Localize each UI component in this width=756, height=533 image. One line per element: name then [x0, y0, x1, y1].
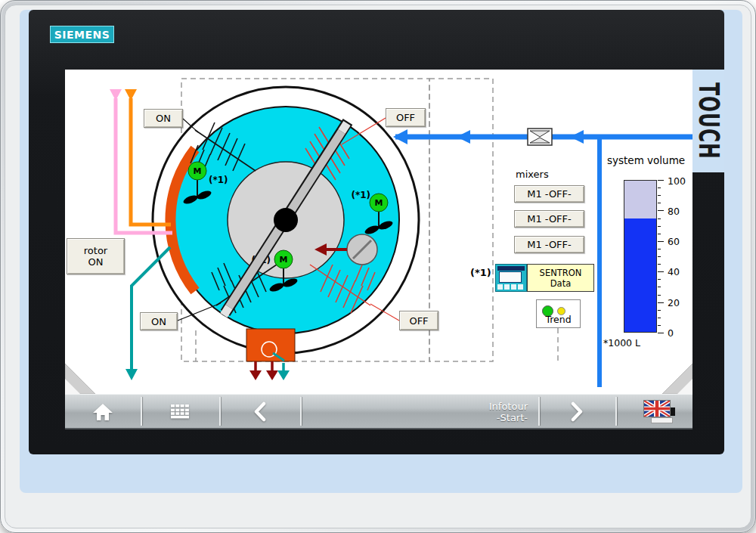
infotour-label-line2: -Start-	[497, 412, 528, 423]
gauge-tick-label: 0	[668, 327, 692, 338]
gauge-fill	[624, 218, 656, 332]
hmi-panel: SIEMENS TOUCH	[0, 0, 756, 533]
rotor-button-line1: rotor	[84, 245, 107, 256]
rotor-on-button[interactable]: rotor ON	[67, 238, 125, 274]
gauge-unit: *1000 L	[603, 337, 640, 349]
valve-icon	[528, 129, 552, 145]
motor-label: M	[194, 166, 202, 176]
footnote-label: (*1)	[351, 190, 370, 200]
aerator-on-bottom-button[interactable]: ON	[140, 312, 178, 330]
secondary-flag-icon	[651, 417, 673, 423]
process-picture: (*1)	[65, 70, 692, 394]
outlet-station	[246, 329, 295, 380]
infotour-start-button[interactable]: Infotour -Start-	[300, 395, 538, 429]
navigation-bar: Infotour -Start-	[65, 394, 692, 429]
screens-menu-button[interactable]	[141, 395, 219, 429]
motor-label: M	[280, 255, 288, 265]
forward-button[interactable]	[538, 395, 615, 429]
aerator-on-top-button[interactable]: ON	[144, 109, 183, 128]
mixer-3-button[interactable]: M1 -OFF-	[514, 236, 584, 253]
sentron-button-line1: SENTRON	[540, 268, 582, 278]
gauge-tick-label: 20	[668, 297, 692, 308]
back-icon	[253, 401, 266, 422]
gauge-title: system volume	[607, 154, 685, 166]
home-icon	[92, 403, 113, 421]
gauge-bar	[624, 180, 657, 333]
system-volume-gauge: 100 80 60 40 20 0	[621, 177, 693, 340]
gauge-tick-label: 100	[668, 175, 692, 186]
aerator-off-bottom-button[interactable]: OFF	[399, 311, 438, 330]
hmi-screen: (*1)	[65, 70, 692, 429]
home-button[interactable]	[65, 395, 141, 429]
gauge-tick-label: 40	[668, 266, 692, 277]
language-switch-button[interactable]	[615, 395, 692, 429]
trend-button-label: Trend	[537, 314, 580, 325]
back-button[interactable]	[219, 395, 300, 429]
sentron-data-button[interactable]: SENTRON Data	[527, 264, 594, 292]
language-flag-icon	[644, 401, 670, 417]
gauge-tick-label: 80	[668, 206, 692, 216]
forward-icon	[571, 401, 584, 422]
mixer-1-button[interactable]: M1 -OFF-	[514, 185, 584, 203]
touch-badge: TOUCH	[692, 70, 724, 172]
sentron-footnote: (*1)	[470, 267, 491, 278]
motor-label: M	[375, 198, 383, 208]
trend-button[interactable]: Trend	[536, 299, 581, 328]
gauge-major-ticks	[658, 180, 664, 333]
mixers-title: mixers	[516, 169, 549, 180]
footnote-label: (*1)	[209, 175, 228, 185]
sentron-button-line2: Data	[550, 278, 571, 289]
brand-logo: SIEMENS	[50, 26, 114, 43]
aerator-off-top-button[interactable]: OFF	[386, 108, 426, 127]
infotour-label-line1: Infotour	[489, 401, 528, 412]
sentron-device-icon	[495, 264, 527, 292]
feed-pipes	[110, 89, 172, 380]
mixer-2-button[interactable]: M1 -OFF-	[514, 210, 584, 228]
menu-grid-icon	[171, 404, 189, 419]
gauge-tick-label: 60	[668, 236, 692, 246]
rotor-button-line2: ON	[88, 256, 104, 268]
